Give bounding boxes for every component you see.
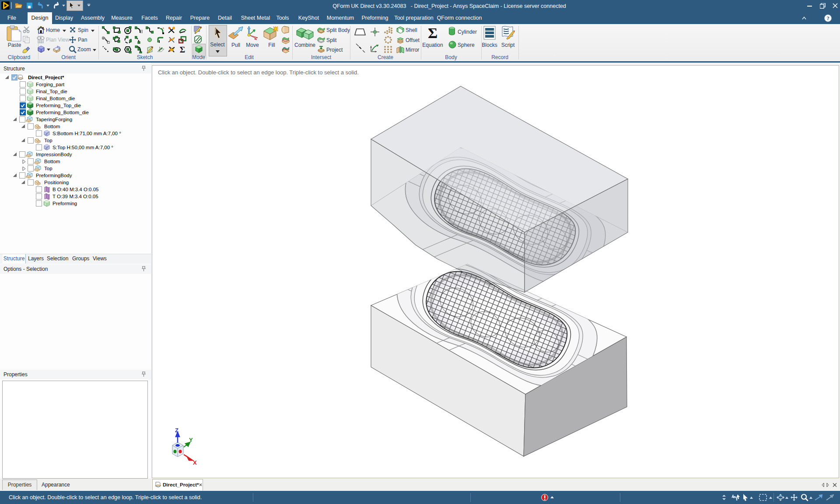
svg-text:X: X — [193, 459, 197, 466]
svg-text:Z: Z — [175, 427, 178, 434]
svg-text:Σ: Σ — [428, 25, 438, 40]
svg-text:Y: Y — [189, 437, 193, 443]
svg-text:?: ? — [826, 15, 829, 21]
